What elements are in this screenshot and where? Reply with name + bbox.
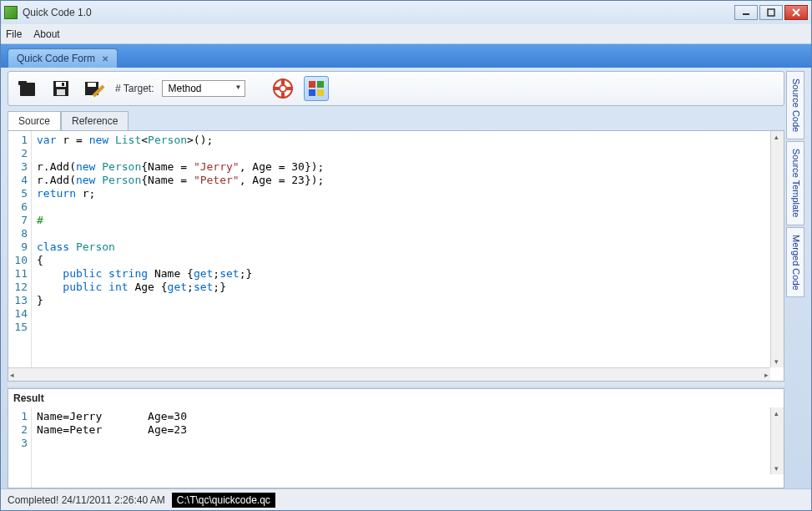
svg-rect-17 [273, 87, 279, 90]
svg-rect-15 [281, 78, 285, 84]
edit-button[interactable] [82, 76, 107, 101]
target-select[interactable]: Method [162, 80, 245, 97]
document-tab-label: Quick Code Form [17, 53, 95, 64]
document-tab[interactable]: Quick Code Form ✕ [8, 48, 118, 68]
svg-rect-5 [18, 81, 27, 85]
svg-rect-21 [309, 89, 315, 96]
svg-rect-7 [56, 82, 66, 87]
pencil-floppy-icon [83, 78, 105, 99]
svg-rect-20 [317, 81, 324, 88]
code-editor[interactable]: 1 2 3 4 5 6 7 8 9 10 11 12 13 14 15 var … [8, 130, 784, 382]
titlebar[interactable]: Quick Code 1.0 [1, 1, 811, 24]
editor-gutter: 1 2 3 4 5 6 7 8 9 10 11 12 13 14 15 [8, 131, 32, 381]
app-window: Quick Code 1.0 File About Quick Code For… [0, 0, 812, 511]
side-tab-merged-code[interactable]: Merged Code [786, 227, 804, 298]
side-tabstrip: Source Code Source Template Merged Code [786, 71, 804, 488]
content-area: # Target: Method Source Re [1, 68, 811, 488]
menu-file[interactable]: File [6, 28, 22, 40]
result-title: Result [8, 389, 784, 407]
document-tabstrip: Quick Code Form ✕ [1, 44, 811, 68]
editor-tabstrip: Source Reference [8, 111, 784, 130]
svg-point-14 [280, 85, 286, 92]
help-button[interactable] [270, 76, 295, 101]
result-vertical-scrollbar[interactable]: ▴ ▾ [770, 407, 784, 474]
svg-rect-9 [57, 89, 65, 95]
result-gutter: 1 2 3 [8, 407, 32, 488]
svg-rect-1 [768, 9, 774, 16]
target-value: Method [168, 83, 201, 94]
result-output[interactable]: Name=Jerry Age=30 Name=Peter Age=23 [32, 407, 784, 488]
run-button[interactable] [304, 76, 329, 101]
editor-code[interactable]: var r = new List<Person>(); r.Add(new Pe… [32, 131, 784, 381]
window-title: Quick Code 1.0 [23, 7, 734, 18]
horizontal-splitter[interactable] [8, 382, 784, 387]
target-label: # Target: [115, 83, 154, 94]
svg-rect-11 [88, 83, 96, 87]
scroll-down-icon: ▾ [774, 357, 779, 366]
side-tab-source-template[interactable]: Source Template [786, 141, 804, 225]
result-panel: Result 1 2 3 Name=Jerry Age=30 Name=Pete… [8, 388, 784, 488]
toolbar: # Target: Method [8, 71, 784, 106]
folder-icon [17, 78, 38, 99]
scroll-left-icon: ◂ [10, 371, 14, 379]
main-column: # Target: Method Source Re [8, 71, 784, 488]
scroll-down-icon: ▾ [774, 464, 779, 473]
status-message: Completed! 24/11/2011 2:26:40 AM [8, 494, 165, 506]
app-icon [4, 6, 18, 19]
close-button[interactable] [784, 5, 808, 20]
result-body: 1 2 3 Name=Jerry Age=30 Name=Peter Age=2… [8, 407, 784, 488]
minimize-button[interactable] [734, 5, 758, 20]
scroll-up-icon: ▴ [774, 133, 779, 141]
vertical-scrollbar[interactable]: ▴ ▾ [770, 131, 784, 367]
svg-rect-8 [62, 83, 64, 86]
svg-rect-22 [317, 89, 324, 96]
scroll-up-icon: ▴ [774, 409, 779, 417]
window-controls [734, 5, 808, 20]
side-tab-source-code[interactable]: Source Code [786, 71, 804, 139]
menubar: File About [1, 24, 811, 44]
svg-rect-19 [309, 81, 315, 88]
svg-rect-16 [281, 93, 285, 99]
save-button[interactable] [48, 76, 73, 101]
statusbar: Completed! 24/11/2011 2:26:40 AM C:\T\qc… [1, 488, 811, 510]
tab-reference[interactable]: Reference [61, 111, 129, 130]
lifebuoy-icon [272, 78, 294, 99]
windows-icon [307, 79, 325, 98]
maximize-button[interactable] [759, 5, 783, 20]
open-button[interactable] [15, 76, 40, 101]
floppy-icon [51, 78, 71, 99]
menu-about[interactable]: About [33, 28, 59, 40]
scroll-right-icon: ▸ [764, 371, 769, 379]
svg-rect-18 [287, 87, 293, 90]
tab-source[interactable]: Source [8, 111, 61, 130]
tab-close-icon[interactable]: ✕ [102, 54, 108, 63]
status-filepath: C:\T\qc\quickcode.qc [172, 493, 275, 508]
horizontal-scrollbar[interactable]: ◂ ▸ [8, 367, 770, 381]
